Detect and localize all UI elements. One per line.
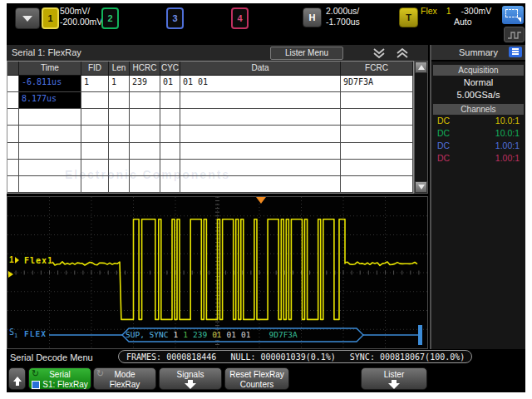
trigger-level-value: -300mV (461, 6, 492, 16)
table-row[interactable]: -6.811us112390101 019D7F3A (7, 76, 413, 92)
trigger-key[interactable]: T (399, 7, 418, 27)
scroll-up-button[interactable] (415, 62, 427, 73)
data-cell: 1 (81, 76, 109, 92)
timebase-scale: 2.000us/ (326, 6, 360, 17)
dashed-rect-icon (505, 9, 518, 17)
table-row[interactable] (7, 143, 413, 160)
channel-1-offset: -200.00mV (60, 17, 102, 27)
decode-field: 01 (227, 330, 236, 339)
time-cell (19, 109, 81, 126)
softkey-mode[interactable]: ↻ Mode FlexRay (93, 367, 156, 390)
region-select-icon[interactable] (502, 6, 524, 24)
data-cell (81, 143, 109, 160)
trigger-channel: 1 (446, 6, 451, 16)
bus-label: FLEX (24, 329, 47, 338)
data-cell: 1 (109, 76, 130, 92)
scroll-down-button[interactable] (415, 181, 427, 193)
table-row[interactable] (7, 160, 413, 176)
horizontal-key[interactable]: H (303, 7, 322, 27)
data-cell (341, 143, 413, 160)
serial-bus-id: S1 (9, 328, 17, 339)
decode-field: 9D7F3A (268, 330, 297, 339)
time-cell (19, 176, 81, 193)
data-cell (109, 160, 130, 176)
trigger-mode: Auto (454, 17, 491, 27)
column-header: CYC (160, 62, 180, 76)
menu-arrow-button[interactable] (15, 7, 40, 29)
data-cell (180, 176, 341, 193)
waveform-display[interactable]: 1 Flex1 S1 FLEX SUP, SYNC112390101019D7F… (7, 196, 428, 349)
lister-menu-button[interactable]: Lister Menu (270, 47, 343, 60)
trigger-settings: Flex 1 -300mV Auto (421, 6, 491, 27)
step-waveform-icon (507, 30, 522, 40)
data-cell (160, 126, 180, 142)
data-cell (160, 160, 180, 176)
trigger-key-label: T (406, 12, 411, 22)
data-cell (160, 143, 180, 160)
channel-4-button[interactable]: 4 (231, 7, 249, 29)
acquisition-mode: Normal (431, 77, 525, 88)
data-cell (109, 143, 130, 160)
oscilloscope-screen: 1 500mV/ -200.00mV 2 3 4 H 2.000us/ -1.7… (7, 3, 525, 392)
channel-1-scale: 500mV/ (60, 6, 102, 17)
data-cell (7, 92, 19, 109)
data-cell (130, 109, 160, 126)
channel-summary-row: DC1.00:1 (431, 152, 525, 165)
null-counter: NULL: 000001039(0.1%) (230, 352, 335, 362)
sample-rate: 5.00GSa/s (431, 90, 525, 101)
sidebar-title: Summary (459, 47, 498, 57)
column-header: Len (109, 62, 130, 76)
softkey-serial[interactable]: ↻ Serial S1: FlexRay (28, 367, 91, 390)
summary-title-bar: Summary (431, 45, 525, 62)
decode-field: SUP, SYNC (126, 330, 168, 339)
chevron-double-down-icon[interactable] (370, 47, 388, 59)
data-cell (180, 143, 341, 160)
trigger-level-marker[interactable] (8, 271, 13, 278)
right-triangle-icon (15, 257, 19, 264)
channel-4-number: 4 (237, 13, 242, 23)
decode-field: 1 (173, 330, 178, 339)
data-cell (180, 109, 341, 126)
softkey-lister-label: Lister (362, 369, 426, 380)
data-cell (109, 109, 130, 126)
softkey-reset-flexray[interactable]: Reset FlexRay Counters (224, 367, 289, 390)
data-cell: 01 (160, 76, 180, 92)
chevron-double-up-icon[interactable] (393, 47, 411, 59)
data-cell: 239 (130, 76, 160, 92)
table-row[interactable] (7, 176, 413, 193)
acquisition-header: Acquisition (433, 65, 524, 76)
channel-3-button[interactable]: 3 (166, 7, 184, 29)
decode-field: 01 (212, 330, 221, 339)
softkey-reset-label: Reset FlexRay (225, 369, 288, 380)
summary-menu-icon[interactable] (509, 47, 522, 57)
data-cell (130, 160, 160, 176)
table-row[interactable] (7, 126, 413, 142)
table-row[interactable]: 8.177us (7, 92, 413, 109)
column-header: Data (180, 62, 341, 76)
softkey-lister[interactable]: Lister (361, 367, 427, 390)
trigger-time-marker[interactable] (256, 197, 266, 204)
channel-summary-row: DC10.0:1 (431, 127, 525, 140)
down-arrow-icon (184, 380, 197, 389)
data-cell (180, 160, 341, 176)
channel-1-reference-marker[interactable]: 1 (9, 255, 19, 264)
sync-counter: SYNC: 000818067(100.0%) (350, 352, 465, 362)
softkey-signals[interactable]: Signals (159, 367, 222, 390)
channel-2-button[interactable]: 2 (101, 7, 119, 29)
horizontal-key-label: H (309, 12, 316, 22)
data-cell (130, 143, 160, 160)
data-cell (81, 92, 109, 109)
data-cell (7, 126, 19, 142)
time-cell: 8.177us (19, 92, 81, 109)
table-scrollbar[interactable] (414, 61, 428, 194)
lister-title: Serial 1: FlexRay (12, 45, 81, 61)
data-cell (7, 176, 19, 193)
trigger-source: Flex (421, 6, 437, 16)
channel-1-button[interactable]: 1 (42, 7, 59, 29)
data-cell (180, 126, 341, 142)
waveform-edit-icon[interactable] (504, 27, 525, 42)
table-row[interactable] (7, 109, 413, 126)
back-up-button[interactable] (8, 367, 26, 390)
lister-header-bar: Serial 1: FlexRay Lister Menu (7, 45, 428, 62)
time-cell (19, 160, 81, 176)
